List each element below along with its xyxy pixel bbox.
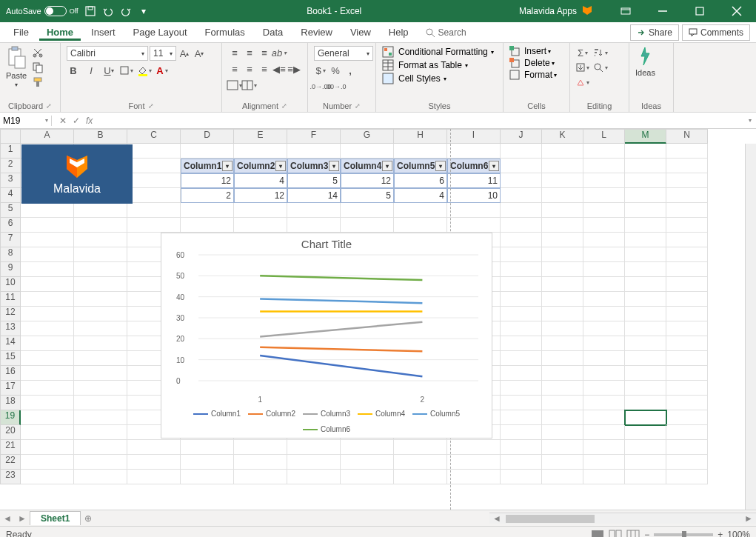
cell-N19[interactable] bbox=[666, 410, 708, 425]
vertical-scrollbar[interactable] bbox=[745, 144, 756, 510]
tab-formulas[interactable]: Formulas bbox=[198, 24, 252, 41]
cell-M12[interactable] bbox=[625, 307, 666, 321]
embedded-chart[interactable]: Chart Title 010203040506012 Column1Colum… bbox=[161, 233, 492, 438]
cell-N14[interactable] bbox=[666, 336, 708, 351]
cell-I5[interactable] bbox=[447, 203, 501, 218]
cell-N23[interactable] bbox=[666, 470, 708, 484]
col-header-D[interactable]: D bbox=[181, 129, 234, 144]
cell-M16[interactable] bbox=[625, 366, 666, 381]
cell-A21[interactable] bbox=[21, 440, 74, 455]
orientation-icon[interactable]: ab bbox=[272, 46, 286, 59]
cell-M18[interactable] bbox=[625, 396, 666, 410]
cell-I1[interactable] bbox=[447, 144, 501, 159]
cell-H4[interactable]: 4 bbox=[394, 188, 447, 203]
col-header-F[interactable]: F bbox=[287, 129, 341, 144]
row-header-16[interactable]: 16 bbox=[0, 366, 21, 381]
cell-A10[interactable] bbox=[21, 277, 74, 292]
row-header-17[interactable]: 17 bbox=[0, 381, 21, 396]
cell-A22[interactable] bbox=[21, 455, 74, 470]
italic-icon[interactable]: I bbox=[84, 64, 98, 77]
worksheet-grid[interactable]: ABCDEFGHIJKLMN 12Column1▾Column2▾Column3… bbox=[0, 129, 756, 510]
cell-L21[interactable] bbox=[583, 440, 625, 455]
cell-E23[interactable] bbox=[234, 470, 287, 484]
cell-B9[interactable] bbox=[74, 262, 127, 277]
cell-M7[interactable] bbox=[625, 233, 666, 247]
cell-J8[interactable] bbox=[501, 247, 542, 262]
row-header-11[interactable]: 11 bbox=[0, 292, 21, 307]
tab-file[interactable]: File bbox=[6, 24, 36, 41]
cell-N2[interactable] bbox=[666, 159, 708, 173]
cell-K2[interactable] bbox=[542, 159, 583, 173]
tab-data[interactable]: Data bbox=[255, 24, 290, 41]
page-break-view-icon[interactable] bbox=[626, 528, 640, 538]
fill-icon[interactable] bbox=[576, 61, 589, 74]
cell-B6[interactable] bbox=[74, 218, 127, 233]
tab-view[interactable]: View bbox=[343, 24, 378, 41]
cell-M8[interactable] bbox=[625, 247, 666, 262]
cell-K10[interactable] bbox=[542, 277, 583, 292]
cell-K9[interactable] bbox=[542, 262, 583, 277]
cell-C23[interactable] bbox=[127, 470, 181, 484]
cell-E1[interactable] bbox=[234, 144, 287, 159]
cell-L15[interactable] bbox=[583, 351, 625, 366]
cell-L16[interactable] bbox=[583, 366, 625, 381]
cell-F6[interactable] bbox=[287, 218, 341, 233]
cell-F3[interactable]: 5 bbox=[287, 173, 341, 188]
cell-K7[interactable] bbox=[542, 233, 583, 247]
percent-icon[interactable]: % bbox=[329, 64, 342, 77]
col-header-L[interactable]: L bbox=[583, 129, 625, 144]
col-header-H[interactable]: H bbox=[394, 129, 447, 144]
cell-M20[interactable] bbox=[625, 425, 666, 440]
cell-B16[interactable] bbox=[74, 366, 127, 381]
indent-right-icon[interactable]: ≡▶ bbox=[287, 62, 301, 76]
align-center-icon[interactable]: ≡ bbox=[243, 62, 256, 76]
row-header-5[interactable]: 5 bbox=[0, 203, 21, 218]
cell-G5[interactable] bbox=[341, 203, 394, 218]
cell-I3[interactable]: 11 bbox=[447, 173, 501, 188]
cell-L9[interactable] bbox=[583, 262, 625, 277]
cell-N1[interactable] bbox=[666, 144, 708, 159]
cell-N4[interactable] bbox=[666, 188, 708, 203]
close-button[interactable] bbox=[720, 0, 753, 22]
cut-icon[interactable] bbox=[31, 46, 44, 59]
cell-D6[interactable] bbox=[181, 218, 234, 233]
delete-button[interactable]: Delete▾ bbox=[509, 58, 555, 68]
minimize-button[interactable] bbox=[646, 0, 679, 22]
cell-F23[interactable] bbox=[287, 470, 341, 484]
tab-help[interactable]: Help bbox=[381, 24, 416, 41]
cell-D22[interactable] bbox=[181, 455, 234, 470]
cell-J23[interactable] bbox=[501, 470, 542, 484]
cell-J9[interactable] bbox=[501, 262, 542, 277]
row-header-10[interactable]: 10 bbox=[0, 277, 21, 292]
cell-K11[interactable] bbox=[542, 292, 583, 307]
filter-icon[interactable]: ▾ bbox=[382, 161, 392, 171]
cell-M10[interactable] bbox=[625, 277, 666, 292]
cell-J12[interactable] bbox=[501, 307, 542, 321]
conditional-formatting-button[interactable]: Conditional Formatting▾ bbox=[382, 46, 494, 58]
cell-N13[interactable] bbox=[666, 321, 708, 336]
indent-left-icon[interactable]: ◀≡ bbox=[272, 62, 286, 76]
ideas-button[interactable]: Ideas bbox=[635, 46, 655, 77]
cell-M23[interactable] bbox=[625, 470, 666, 484]
cell-A7[interactable] bbox=[21, 233, 74, 247]
filter-icon[interactable]: ▾ bbox=[222, 161, 233, 171]
clear-icon[interactable] bbox=[576, 76, 589, 89]
cell-F22[interactable] bbox=[287, 455, 341, 470]
row-header-4[interactable]: 4 bbox=[0, 188, 21, 203]
cell-M17[interactable] bbox=[625, 381, 666, 396]
cell-A20[interactable] bbox=[21, 425, 74, 440]
format-painter-icon[interactable] bbox=[31, 76, 44, 89]
cell-L6[interactable] bbox=[583, 218, 625, 233]
cell-C5[interactable] bbox=[127, 203, 181, 218]
cell-F5[interactable] bbox=[287, 203, 341, 218]
cell-L19[interactable] bbox=[583, 410, 625, 425]
cell-I2[interactable]: Column6▾ bbox=[447, 159, 501, 173]
cell-G1[interactable] bbox=[341, 144, 394, 159]
cell-G2[interactable]: Column4▾ bbox=[341, 159, 394, 173]
cell-N18[interactable] bbox=[666, 396, 708, 410]
redo-icon[interactable] bbox=[120, 5, 132, 17]
align-right-icon[interactable]: ≡ bbox=[258, 62, 271, 76]
cell-M6[interactable] bbox=[625, 218, 666, 233]
cell-J4[interactable] bbox=[501, 188, 542, 203]
cell-J16[interactable] bbox=[501, 366, 542, 381]
